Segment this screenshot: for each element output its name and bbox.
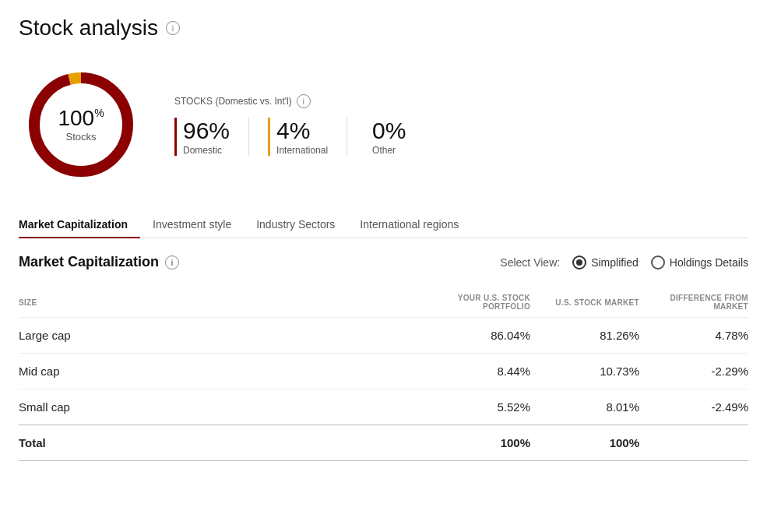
section-title-info-icon[interactable]: i: [165, 255, 179, 270]
stats-row: 96% Domestic 4% International 0% Other: [174, 118, 443, 156]
other-label: Other: [372, 145, 406, 156]
table-row: Small cap 5.52% 8.01% -2.49%: [19, 389, 748, 425]
radio-simplified-circle[interactable]: [572, 255, 586, 270]
donut-center: 100% Stocks: [58, 107, 104, 143]
portfolio-large-cap: 86.04%: [406, 318, 530, 354]
col-market: U.S. STOCK MARKET: [530, 289, 639, 318]
stocks-label: STOCKS (Domestic vs. Int'l) i: [174, 94, 443, 108]
page-title: Stock analysis: [19, 16, 158, 41]
col-size: SIZE: [19, 289, 406, 318]
tab-international-regions[interactable]: International regions: [347, 212, 471, 238]
portfolio-small-cap: 5.52%: [406, 389, 530, 425]
view-holdings-details[interactable]: Holdings Details: [651, 255, 748, 270]
radio-holdings-circle[interactable]: [651, 255, 665, 270]
other-pct: 0%: [372, 118, 406, 143]
stocks-stats: STOCKS (Domestic vs. Int'l) i 96% Domest…: [174, 94, 443, 156]
diff-mid-cap: -2.29%: [639, 354, 748, 389]
size-large-cap: Large cap: [19, 318, 406, 354]
donut-chart: 100% Stocks: [19, 62, 143, 187]
stat-domestic: 96% Domestic: [174, 118, 249, 156]
total-market: 100%: [530, 425, 639, 461]
view-selector-label: Select View:: [500, 256, 560, 269]
page-header: Stock analysis i: [19, 16, 748, 41]
stocks-info-icon[interactable]: i: [297, 94, 311, 108]
donut-percentage: 100%: [58, 107, 104, 129]
diff-large-cap: 4.78%: [639, 318, 748, 354]
market-large-cap: 81.26%: [530, 318, 639, 354]
table-header-row: SIZE YOUR U.S. STOCKPORTFOLIO U.S. STOCK…: [19, 289, 748, 318]
section-title: Market Capitalization i: [19, 254, 179, 270]
total-diff-empty: [639, 425, 748, 461]
page-title-info-icon[interactable]: i: [166, 21, 180, 35]
stat-other: 0% Other: [366, 118, 424, 156]
total-portfolio: 100%: [406, 425, 530, 461]
international-label: International: [276, 145, 328, 156]
donut-label: Stocks: [58, 131, 104, 143]
stat-international: 4% International: [268, 118, 347, 156]
market-small-cap: 8.01%: [530, 389, 639, 425]
international-pct: 4%: [276, 118, 328, 143]
tab-industry-sectors[interactable]: Industry Sectors: [244, 212, 347, 238]
total-label: Total: [19, 425, 406, 461]
top-section: 100% Stocks STOCKS (Domestic vs. Int'l) …: [19, 62, 748, 187]
section-header: Market Capitalization i Select View: Sim…: [19, 254, 748, 270]
table-total-row: Total 100% 100%: [19, 425, 748, 461]
col-portfolio: YOUR U.S. STOCKPORTFOLIO: [406, 289, 530, 318]
portfolio-mid-cap: 8.44%: [406, 354, 530, 389]
table-row: Mid cap 8.44% 10.73% -2.29%: [19, 354, 748, 389]
tab-investment-style[interactable]: Investment style: [140, 212, 244, 238]
tabs-bar: Market Capitalization Investment style I…: [19, 212, 748, 238]
domestic-label: Domestic: [183, 145, 230, 156]
diff-small-cap: -2.49%: [639, 389, 748, 425]
radio-simplified-label: Simplified: [591, 256, 639, 269]
view-simplified[interactable]: Simplified: [572, 255, 639, 270]
market-cap-table: SIZE YOUR U.S. STOCKPORTFOLIO U.S. STOCK…: [19, 289, 748, 461]
market-mid-cap: 10.73%: [530, 354, 639, 389]
size-mid-cap: Mid cap: [19, 354, 406, 389]
view-selector: Select View: Simplified Holdings Details: [500, 255, 748, 270]
table-row: Large cap 86.04% 81.26% 4.78%: [19, 318, 748, 354]
size-small-cap: Small cap: [19, 389, 406, 425]
domestic-pct: 96%: [183, 118, 230, 143]
tab-market-capitalization[interactable]: Market Capitalization: [19, 212, 140, 238]
col-diff: DIFFERENCE FROMMARKET: [639, 289, 748, 318]
radio-holdings-label: Holdings Details: [670, 256, 748, 269]
